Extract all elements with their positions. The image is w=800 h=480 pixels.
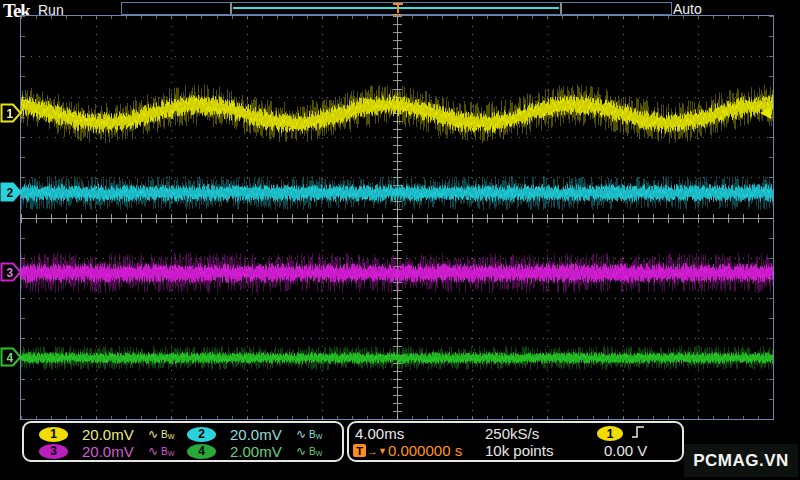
trigger-level-arrow-icon bbox=[760, 107, 771, 119]
ac-coupling-icon: ∿ bbox=[148, 444, 158, 458]
svg-text:2: 2 bbox=[7, 186, 14, 200]
graticule-area bbox=[20, 15, 774, 420]
channel3-badge: 3 bbox=[39, 444, 68, 459]
svg-text:3: 3 bbox=[7, 266, 14, 280]
record-view-trigger-icon bbox=[393, 3, 403, 13]
channel4-readout: 4 2.00mV ∿BW bbox=[187, 443, 335, 460]
record-view-divider-left bbox=[230, 3, 232, 14]
channel2-scale: 20.0mV bbox=[230, 426, 296, 443]
channel3-position-marker: 3 bbox=[0, 262, 22, 282]
record-view-divider-right bbox=[560, 3, 562, 14]
channel3-readout: 3 20.0mV ∿BW bbox=[39, 443, 187, 460]
svg-text:1: 1 bbox=[7, 107, 14, 121]
channel4-scale: 2.00mV bbox=[230, 443, 296, 460]
record-length-readout: 10k points bbox=[485, 442, 553, 459]
ac-coupling-icon: ∿ bbox=[296, 444, 306, 458]
trigger-slope-rising-icon bbox=[631, 425, 645, 439]
channel4-position-marker: 4 bbox=[0, 347, 22, 367]
oscilloscope-screen: Tek Run Auto T 1 2 3 4 1 bbox=[0, 0, 800, 480]
channel1-position-marker: 1 bbox=[0, 103, 22, 123]
channel4-badge: 4 bbox=[187, 444, 216, 459]
horizontal-trigger-readout-box: 4.00ms 250kS/s 1 T → ▼ 0.000000 s 10k po… bbox=[347, 421, 684, 462]
channel1-scale: 20.0mV bbox=[82, 426, 148, 443]
arrow-right-icon: → bbox=[367, 445, 378, 457]
channel2-badge: 2 bbox=[187, 427, 216, 442]
trigger-t-icon: T bbox=[353, 444, 366, 457]
bandwidth-limit-icon: B bbox=[309, 429, 316, 440]
sample-rate-readout: 250kS/s bbox=[485, 425, 539, 442]
ac-coupling-icon: ∿ bbox=[296, 427, 306, 441]
watermark: PCMAG.VN bbox=[684, 444, 798, 477]
bandwidth-limit-icon: B bbox=[309, 446, 316, 457]
timebase-readout: 4.00ms bbox=[355, 425, 404, 442]
trigger-source-badge: 1 bbox=[597, 426, 623, 441]
channel2-readout: 2 20.0mV ∿BW bbox=[187, 426, 335, 443]
bandwidth-limit-icon: B bbox=[161, 446, 168, 457]
channel-readout-box: 1 20.0mV ∿BW 2 20.0mV ∿BW 3 20.0mV ∿BW 4… bbox=[22, 421, 344, 462]
trigger-position-readout: 0.000000 s bbox=[388, 442, 462, 459]
channel1-readout: 1 20.0mV ∿BW bbox=[39, 426, 187, 443]
arrow-down-icon: ▼ bbox=[378, 446, 387, 456]
trigger-level-readout: 0.00 V bbox=[604, 442, 647, 459]
channel1-badge: 1 bbox=[39, 427, 68, 442]
bandwidth-limit-icon: B bbox=[161, 429, 168, 440]
svg-text:4: 4 bbox=[7, 351, 14, 365]
ac-coupling-icon: ∿ bbox=[148, 427, 158, 441]
channel2-position-marker: 2 bbox=[0, 182, 22, 202]
waveform-canvas bbox=[21, 16, 773, 419]
channel3-scale: 20.0mV bbox=[82, 443, 148, 460]
